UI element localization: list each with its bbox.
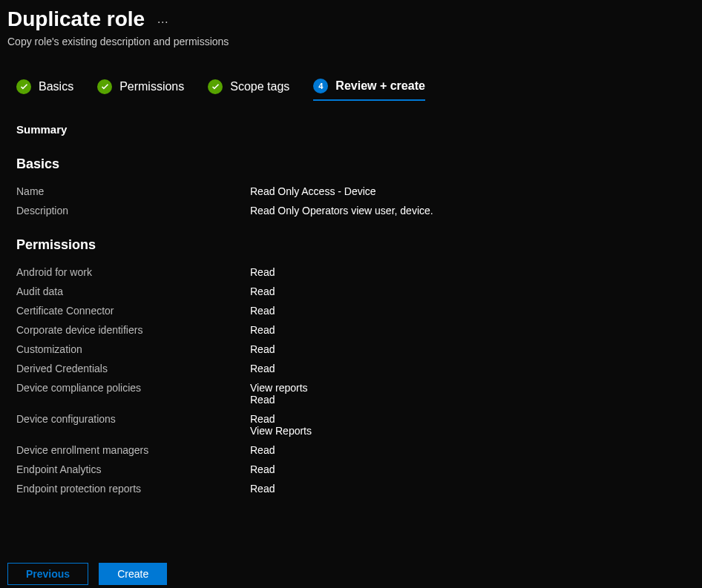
permission-row: Android for workRead xyxy=(16,266,686,278)
permission-row: CustomizationRead xyxy=(16,343,686,355)
tab-label: Permissions xyxy=(119,80,184,93)
permission-row: Device compliance policiesView reportsRe… xyxy=(16,382,686,406)
page-subtitle: Copy role's existing description and per… xyxy=(7,36,695,47)
tab-basics[interactable]: Basics xyxy=(16,79,73,100)
summary-heading: Summary xyxy=(16,123,686,136)
title-row: Duplicate role … xyxy=(7,7,695,31)
permission-row: Derived CredentialsRead xyxy=(16,363,686,374)
permission-value-line: Read xyxy=(250,483,275,495)
basics-name-row: Name Read Only Access - Device xyxy=(16,185,686,197)
permission-value: Read xyxy=(250,444,275,456)
permission-value-line: Read xyxy=(250,394,308,406)
permission-label: Device configurations xyxy=(16,413,250,437)
permission-value-line: Read xyxy=(250,285,275,297)
permission-row: Endpoint AnalyticsRead xyxy=(16,463,686,475)
permission-label: Device enrollment managers xyxy=(16,444,250,456)
permission-value-line: View reports xyxy=(250,382,308,394)
tab-scope-tags[interactable]: Scope tags xyxy=(208,79,289,100)
permission-value-line: Read xyxy=(250,413,312,425)
permission-value: Read xyxy=(250,305,275,317)
permission-value-line: Read xyxy=(250,363,275,374)
basics-heading: Basics xyxy=(16,156,686,172)
permission-label: Derived Credentials xyxy=(16,363,250,374)
basics-name-label: Name xyxy=(16,185,250,197)
permissions-list: Android for workReadAudit dataReadCertif… xyxy=(16,266,686,495)
step-number-icon: 4 xyxy=(313,79,328,93)
permission-label: Device compliance policies xyxy=(16,382,250,406)
permission-value: Read xyxy=(250,324,275,336)
permission-value: ReadView Reports xyxy=(250,413,312,437)
permission-value-line: Read xyxy=(250,463,275,475)
tab-label: Review + create xyxy=(335,79,425,93)
permission-label: Endpoint protection reports xyxy=(16,483,250,495)
permission-value: Read xyxy=(250,343,275,355)
checkmark-icon xyxy=(16,79,31,94)
page-header: Duplicate role … Copy role's existing de… xyxy=(0,0,702,47)
permission-value-line: Read xyxy=(250,324,275,336)
basics-description-value: Read Only Operators view user, device. xyxy=(250,205,433,217)
page-title: Duplicate role xyxy=(7,7,145,31)
permission-row: Corporate device identifiersRead xyxy=(16,324,686,336)
permission-value: Read xyxy=(250,463,275,475)
tab-label: Scope tags xyxy=(230,80,289,93)
permission-label: Certificate Connector xyxy=(16,305,250,317)
basics-name-value: Read Only Access - Device xyxy=(250,185,376,197)
permission-row: Device configurationsReadView Reports xyxy=(16,413,686,437)
permissions-heading: Permissions xyxy=(16,237,686,253)
create-button[interactable]: Create xyxy=(99,563,167,585)
permission-label: Endpoint Analytics xyxy=(16,463,250,475)
permission-label: Android for work xyxy=(16,266,250,278)
permission-value: View reportsRead xyxy=(250,382,308,406)
tab-permissions[interactable]: Permissions xyxy=(97,79,184,100)
permission-value-line: Read xyxy=(250,305,275,317)
basics-description-label: Description xyxy=(16,205,250,217)
permission-value-line: Read xyxy=(250,444,275,456)
content-area: Summary Basics Name Read Only Access - D… xyxy=(0,123,702,535)
permission-value-line: View Reports xyxy=(250,425,312,437)
permission-value: Read xyxy=(250,363,275,374)
permission-row: Certificate ConnectorRead xyxy=(16,305,686,317)
footer: Previous Create xyxy=(0,560,702,588)
basics-description-row: Description Read Only Operators view use… xyxy=(16,205,686,217)
more-actions-icon[interactable]: … xyxy=(157,13,170,26)
permission-value-line: Read xyxy=(250,266,275,278)
checkmark-icon xyxy=(208,79,223,94)
permission-value: Read xyxy=(250,285,275,297)
permission-row: Audit dataRead xyxy=(16,285,686,297)
wizard-tabs: Basics Permissions Scope tags 4 Review +… xyxy=(0,79,702,101)
tab-label: Basics xyxy=(39,80,73,93)
previous-button[interactable]: Previous xyxy=(7,563,88,585)
permission-value-line: Read xyxy=(250,343,275,355)
permission-value: Read xyxy=(250,483,275,495)
permission-label: Audit data xyxy=(16,285,250,297)
permission-label: Corporate device identifiers xyxy=(16,324,250,336)
checkmark-icon xyxy=(97,79,112,94)
permission-row: Endpoint protection reportsRead xyxy=(16,483,686,495)
permission-label: Customization xyxy=(16,343,250,355)
permission-row: Device enrollment managersRead xyxy=(16,444,686,456)
permission-value: Read xyxy=(250,266,275,278)
tab-review-create[interactable]: 4 Review + create xyxy=(313,79,425,101)
